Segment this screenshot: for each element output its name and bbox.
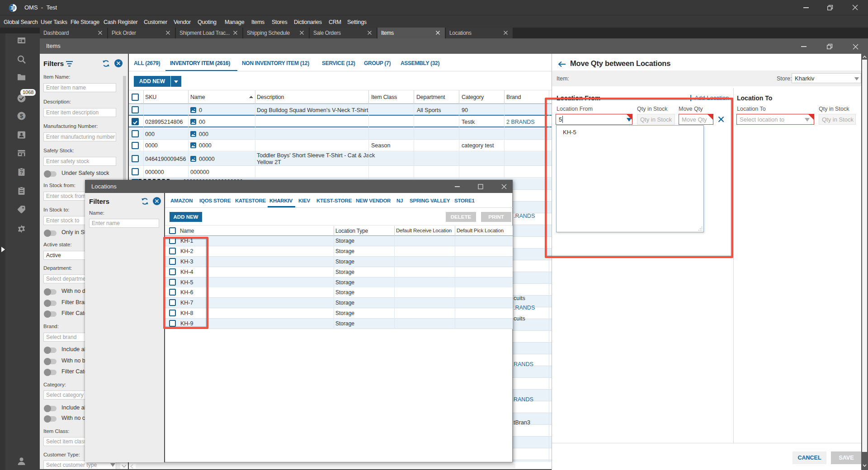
svg-text:?: ? <box>20 170 23 175</box>
svg-text:$: $ <box>20 113 24 119</box>
